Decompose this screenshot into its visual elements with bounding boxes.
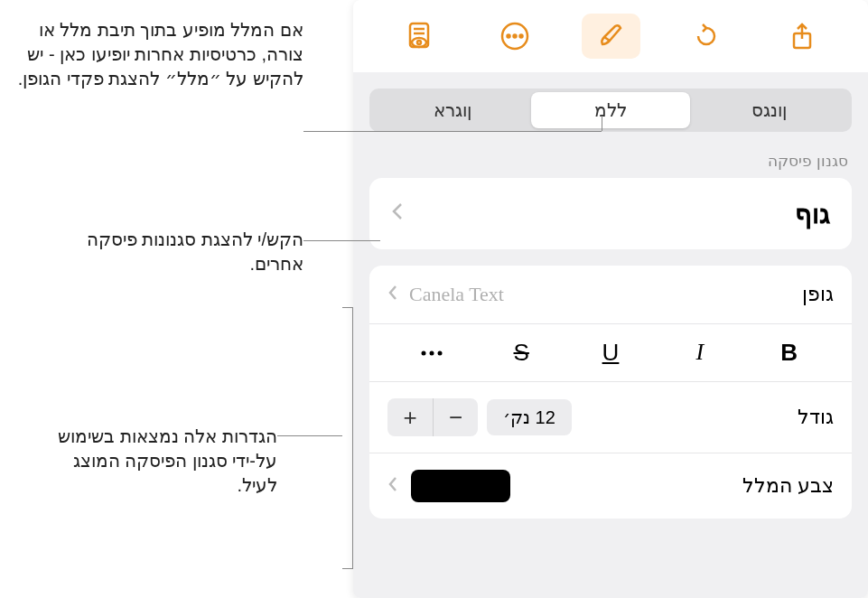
bold-button[interactable]: B [762,339,817,367]
text-color-row[interactable]: צבע המלל [369,453,852,519]
format-panel: ןוגרא ללמ ןונגס סגנון פיסקה גוף גופן Can… [353,0,868,598]
text-style-buttons: S U I B [369,324,852,382]
tab-text[interactable]: ללמ [531,92,689,128]
format-button[interactable] [582,14,640,59]
svg-line-9 [604,37,610,41]
callout-2: הקש/י להצגת סגנונות פיסקה אחרים. [78,228,303,276]
view-options-button[interactable] [390,14,449,59]
size-value[interactable]: 12 נק׳ [487,399,572,435]
text-color-label: צבע המלל [742,474,834,498]
paragraph-style-label: סגנון פיסקה [369,152,852,171]
svg-point-4 [417,41,421,44]
svg-point-12 [422,350,426,355]
share-button[interactable] [773,14,832,59]
callout-line [303,131,602,132]
size-decrease-button[interactable]: − [433,398,478,436]
size-label: גודל [798,406,834,429]
size-row: גודל 12 נק׳ − + [369,382,852,453]
ellipsis-icon [419,349,444,358]
redo-icon [691,21,722,51]
callout-3: הגדרות אלה נמצאות בשימוש על-ידי סגנון הפ… [51,425,277,498]
svg-point-13 [430,350,434,355]
paragraph-style-card[interactable]: גוף [369,178,852,249]
paragraph-style-name: גוף [795,198,830,229]
callout-1: אם המלל מופיע בתוך תיבת מלל או צורה, כרט… [14,18,303,91]
svg-point-6 [508,35,510,38]
font-label: גופן [802,283,834,306]
svg-point-7 [514,35,517,38]
color-swatch [411,470,510,502]
underline-button[interactable]: U [583,339,638,367]
font-name: Canela Text [409,283,504,306]
strikethrough-button[interactable]: S [494,339,548,367]
size-stepper: − + [387,398,478,436]
paintbrush-icon [595,21,626,51]
font-row[interactable]: גופן Canela Text [369,266,852,324]
svg-point-8 [520,35,523,38]
more-circle-icon [499,21,530,51]
font-card: גופן Canela Text S U [369,266,852,519]
callout-bracket [342,307,353,569]
svg-point-14 [438,350,443,355]
svg-point-3 [412,38,426,47]
tab-arrange[interactable]: ןוגרא [373,92,531,128]
tab-style[interactable]: ןונגס [690,92,848,128]
toolbar [353,0,868,72]
document-eye-icon [404,21,434,51]
chevron-left-icon [387,473,398,499]
share-icon [787,21,817,51]
redo-button[interactable] [677,14,736,59]
inspector-tabs: ןוגרא ללמ ןונגס [369,89,852,132]
chevron-left-icon [387,282,398,307]
more-styles-button[interactable] [405,339,459,367]
callout-line [303,240,380,241]
callout-line [602,116,602,131]
more-button[interactable] [486,14,545,59]
size-increase-button[interactable]: + [387,398,433,436]
content-area: ןוגרא ללמ ןונגס סגנון פיסקה גוף גופן Can… [353,72,868,598]
italic-button[interactable]: I [673,339,727,367]
callout-line [277,435,342,436]
chevron-left-icon [391,201,404,227]
